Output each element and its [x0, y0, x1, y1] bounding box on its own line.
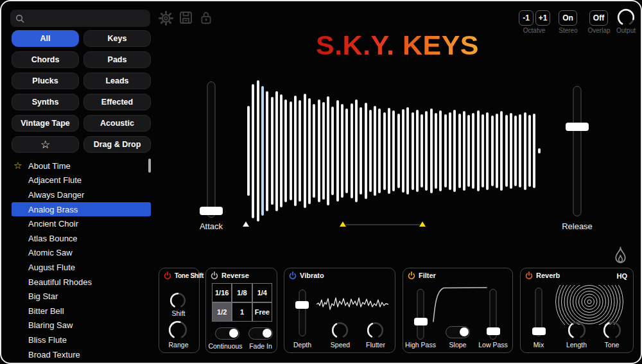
- waveform-bar: [477, 110, 480, 191]
- depth-label: Depth: [293, 341, 311, 349]
- category-drag-drop[interactable]: Drag & Drop: [83, 136, 151, 153]
- reverb-power-icon[interactable]: [525, 272, 533, 279]
- waveform-bar: [486, 112, 489, 190]
- preset-row[interactable]: Broad Texture: [12, 347, 151, 361]
- waveform-bar: [284, 100, 287, 203]
- category-plucks[interactable]: Plucks: [12, 73, 79, 89]
- loop-region-line: [345, 224, 420, 225]
- reverse-option-1-16[interactable]: 1/16: [212, 283, 232, 302]
- preset-row[interactable]: Atlas Bounce: [12, 231, 151, 246]
- preset-row[interactable]: Atomic Saw: [12, 246, 151, 261]
- waveform-bar: [322, 102, 325, 200]
- preset-list-scrollbar[interactable]: [148, 159, 151, 173]
- waveform-bar: [500, 111, 503, 190]
- shift-knob[interactable]: [169, 292, 186, 311]
- waveform-bar: [304, 94, 306, 208]
- waveform-bar: [449, 112, 451, 190]
- reverse-option-1-4[interactable]: 1/4: [252, 283, 272, 302]
- category-chords[interactable]: Chords: [12, 51, 79, 68]
- octave-down-button[interactable]: -1: [519, 10, 534, 26]
- preset-row[interactable]: August Flute: [12, 260, 151, 275]
- category-acoustic[interactable]: Acoustic: [83, 115, 151, 132]
- octave-up-button[interactable]: +1: [535, 10, 550, 26]
- mix-slider[interactable]: [532, 288, 546, 336]
- attack-label: Attack: [200, 221, 223, 231]
- category-effected[interactable]: Effected: [83, 94, 151, 110]
- waveform-bar: [383, 112, 386, 190]
- slope-label: Slope: [449, 341, 467, 349]
- favorite-star-icon[interactable]: ☆: [13, 160, 22, 171]
- category-all[interactable]: All: [12, 30, 79, 47]
- reverse-option-free[interactable]: Free: [252, 302, 272, 322]
- output-knob[interactable]: [617, 8, 635, 29]
- attack-slider-handle[interactable]: [200, 207, 223, 215]
- preset-row[interactable]: Ancient Choir: [12, 216, 151, 231]
- preset-row[interactable]: Always Danger: [12, 187, 151, 202]
- high-pass-slider[interactable]: [414, 289, 428, 340]
- waveform-bar: [369, 110, 372, 192]
- preset-row[interactable]: Adjacent Flute: [12, 173, 151, 188]
- speed-knob[interactable]: [331, 322, 349, 342]
- waveform-bar: [252, 84, 254, 218]
- depth-slider-handle[interactable]: [295, 301, 309, 309]
- high-pass-slider-handle[interactable]: [414, 318, 428, 325]
- gear-icon[interactable]: [159, 11, 173, 26]
- category-synths[interactable]: Synths: [12, 94, 79, 110]
- search-field[interactable]: [10, 10, 150, 27]
- save-icon[interactable]: [179, 11, 193, 24]
- loop-start-marker[interactable]: [340, 221, 346, 227]
- low-pass-slider[interactable]: [487, 289, 500, 340]
- preset-row[interactable]: Bliss Flute: [12, 333, 151, 347]
- reverse-rate-grid: 1/161/81/41/21Free: [212, 283, 272, 322]
- category-vintage-tape[interactable]: Vintage Tape: [12, 115, 79, 132]
- loop-end-marker[interactable]: [419, 221, 426, 227]
- preset-name: Bitter Bell: [28, 306, 64, 316]
- category-pads[interactable]: Pads: [83, 51, 151, 68]
- range-knob[interactable]: [168, 320, 187, 342]
- length-knob[interactable]: [568, 321, 586, 342]
- continuous-toggle[interactable]: [215, 327, 239, 340]
- vibrato-power-icon[interactable]: [289, 272, 297, 279]
- category-keys[interactable]: Keys: [83, 30, 151, 47]
- preset-row[interactable]: Blaring Saw: [12, 318, 151, 333]
- start-marker[interactable]: [243, 221, 249, 227]
- reverse-power-icon[interactable]: [211, 272, 218, 279]
- release-slider-handle[interactable]: [566, 123, 589, 131]
- waveform-bar: [524, 112, 526, 190]
- waveform-display[interactable]: [247, 80, 541, 221]
- search-icon: [15, 14, 24, 23]
- preset-name: About Time: [28, 161, 71, 171]
- reverse-option-1-2[interactable]: 1/2: [212, 302, 232, 322]
- filter-power-icon[interactable]: [408, 272, 415, 279]
- search-input[interactable]: [28, 13, 137, 24]
- stereo-button[interactable]: On: [559, 10, 577, 26]
- fade-in-toggle-dot: [263, 329, 272, 338]
- panel-reverse: Reverse 1/161/81/41/21Free Continuous Fa…: [205, 268, 277, 353]
- depth-slider[interactable]: [295, 290, 309, 336]
- preset-row[interactable]: Analog Brass: [12, 202, 151, 217]
- tone-shift-power-icon[interactable]: [164, 272, 171, 279]
- waveform-bar: [519, 114, 521, 187]
- vibrato-wave-graphic: [317, 293, 388, 315]
- mix-slider-handle[interactable]: [532, 327, 546, 335]
- preset-row[interactable]: Bitter Bell: [12, 304, 151, 318]
- reverse-option-1-8[interactable]: 1/8: [232, 283, 252, 302]
- preset-row[interactable]: Beautiful Rhodes: [12, 275, 151, 290]
- length-label: Length: [566, 341, 587, 349]
- low-pass-slider-handle[interactable]: [487, 327, 500, 335]
- attack-slider[interactable]: [200, 82, 223, 218]
- slope-toggle[interactable]: [446, 326, 470, 338]
- release-slider[interactable]: [566, 86, 589, 216]
- overlap-button[interactable]: Off: [589, 10, 608, 26]
- fade-in-toggle[interactable]: [248, 327, 273, 340]
- lock-icon[interactable]: [200, 11, 212, 25]
- flame-icon[interactable]: [612, 246, 629, 266]
- tone-knob[interactable]: [603, 321, 621, 342]
- category-leads[interactable]: Leads: [83, 73, 151, 89]
- reverse-option-1[interactable]: 1: [232, 302, 252, 322]
- preset-row[interactable]: ☆About Time: [12, 159, 151, 173]
- preset-row[interactable]: Big Star: [12, 289, 151, 304]
- waveform-bar: [538, 148, 541, 154]
- flutter-knob[interactable]: [367, 322, 384, 342]
- favorites-filter-button[interactable]: ☆: [12, 136, 79, 153]
